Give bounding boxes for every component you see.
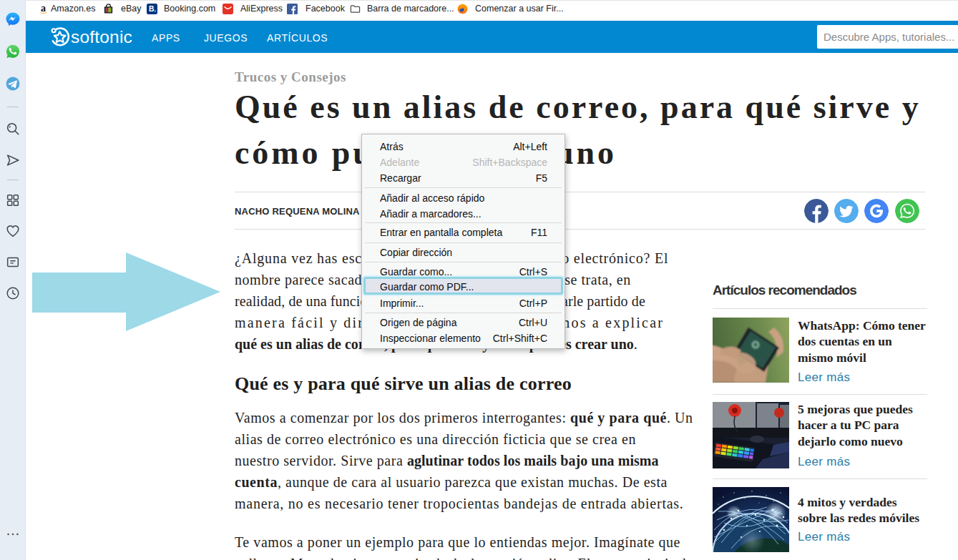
- svg-text:a: a: [41, 4, 46, 14]
- svg-text:B: B: [149, 5, 154, 13]
